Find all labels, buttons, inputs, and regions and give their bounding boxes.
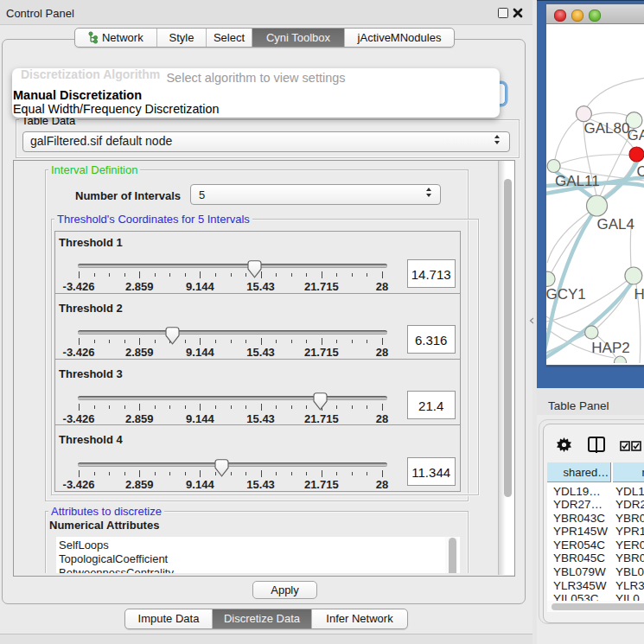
svg-text:C: C [637, 163, 644, 180]
svg-text:GAL80: GAL80 [584, 120, 630, 137]
svg-text:HAP2: HAP2 [591, 340, 629, 356]
svg-text:GCY1: GCY1 [546, 286, 586, 303]
svg-text:GAL4: GAL4 [597, 216, 634, 233]
svg-text:H: H [634, 286, 644, 303]
svg-text:GAL11: GAL11 [555, 173, 600, 189]
svg-text:GA: GA [628, 127, 644, 143]
